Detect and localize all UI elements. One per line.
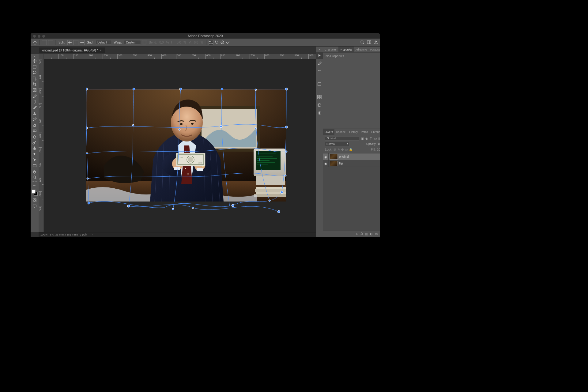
h-field[interactable]: 0,0	[176, 41, 182, 44]
chevron-right-icon[interactable]: »	[34, 55, 35, 58]
warp-mode-toggle-1[interactable]	[42, 40, 47, 45]
move-tool-icon[interactable]	[31, 58, 38, 64]
history-brush-tool-icon[interactable]	[31, 116, 38, 122]
panel-tab[interactable]: Channel	[334, 129, 348, 135]
pen-tool-icon[interactable]	[31, 145, 38, 151]
layer-name[interactable]: original	[339, 155, 380, 158]
crop-tool-icon[interactable]	[31, 81, 38, 87]
marquee-tool-icon[interactable]	[31, 64, 38, 70]
panel-tab[interactable]: History	[348, 129, 360, 135]
lasso-tool-icon[interactable]	[31, 70, 38, 75]
shape-tool-icon[interactable]	[31, 163, 38, 168]
styles-panel-icon[interactable]	[316, 81, 323, 88]
opacity-value[interactable]: 100%	[378, 142, 380, 145]
patterns-panel-icon[interactable]	[316, 110, 323, 116]
path-select-tool-icon[interactable]	[31, 157, 38, 163]
visibility-icon[interactable]: ◉	[323, 160, 329, 167]
reset-icon[interactable]	[215, 40, 219, 45]
edit-toolbar-icon[interactable]: ⋯	[31, 183, 38, 188]
bend-field[interactable]: 0,0	[159, 41, 164, 44]
layer-filter-icons[interactable]: ▣◐T▭◫	[360, 137, 380, 140]
split-vert-icon[interactable]	[74, 40, 78, 45]
layer-mask-icon[interactable]: ◫	[365, 232, 368, 236]
lock-position-icon[interactable]: ✥	[341, 148, 344, 151]
ruler-horizontal[interactable]: 1001502002503003504004505005506006507007…	[44, 54, 316, 59]
layer-thumbnail[interactable]	[330, 161, 338, 166]
layer-fx-icon[interactable]: fx	[360, 232, 363, 236]
fill-value[interactable]: 100%	[377, 148, 380, 151]
close-icon[interactable]: ×	[100, 49, 102, 52]
eraser-tool-icon[interactable]	[31, 122, 38, 128]
cancel-icon[interactable]	[220, 40, 224, 45]
panel-tab[interactable]: Paragrapl	[368, 47, 380, 53]
blend-mode-select[interactable]: Normal	[325, 142, 349, 146]
warp-mode-toggle-2[interactable]	[48, 40, 53, 45]
adjustment-layer-icon[interactable]: ◐	[370, 232, 373, 236]
object-select-tool-icon[interactable]	[31, 76, 38, 81]
link-layers-icon[interactable]: ⊖	[356, 232, 358, 236]
gradient-tool-icon[interactable]	[31, 128, 38, 134]
brush-tool-icon[interactable]	[31, 105, 38, 110]
brushes-panel-icon[interactable]	[316, 60, 323, 67]
ruler-vertical[interactable]: 100150200250300350400450500550600	[39, 59, 44, 232]
stamp-tool-icon[interactable]	[31, 111, 38, 116]
type-tool-icon[interactable]: T	[31, 151, 38, 157]
grid-select[interactable]: Default	[96, 40, 112, 45]
panel-tab[interactable]: Paths	[360, 129, 370, 135]
layer-row[interactable]: ◉flip	[323, 160, 380, 167]
panel-tab[interactable]: Libraries	[370, 129, 380, 135]
actions-panel-icon[interactable]	[316, 52, 323, 59]
eyedropper-tool-icon[interactable]	[31, 93, 38, 99]
chevron-right-icon[interactable]: »	[319, 48, 320, 51]
layer-group-icon[interactable]: ▭	[375, 232, 378, 236]
v-field[interactable]: 0,0	[193, 41, 199, 44]
frame-tool-icon[interactable]	[31, 87, 38, 93]
svg-rect-89	[320, 95, 321, 97]
screenmode-icon[interactable]	[31, 203, 38, 209]
panel-tab[interactable]: Adjustme	[354, 47, 369, 53]
lock-brush-icon[interactable]: ✎	[337, 148, 340, 151]
lock-all-icon[interactable]: 🔒	[349, 148, 352, 151]
dodge-tool-icon[interactable]	[31, 140, 38, 145]
svg-point-86	[277, 210, 280, 213]
zoom-tool-icon[interactable]	[31, 175, 38, 180]
svg-rect-5	[33, 77, 35, 79]
layer-kind-filter[interactable]: Kind	[325, 136, 359, 141]
ruler-origin[interactable]	[39, 54, 44, 59]
warp-select[interactable]: Custom	[124, 40, 141, 45]
home-icon[interactable]	[32, 40, 37, 45]
color-panel-icon[interactable]	[316, 102, 323, 108]
share-icon[interactable]	[374, 40, 378, 45]
commit-icon[interactable]	[226, 40, 230, 45]
traffic-lights[interactable]	[33, 35, 45, 38]
canvas-image[interactable]: 100 100	[86, 89, 286, 202]
visibility-icon[interactable]: ◉	[323, 153, 329, 160]
blur-tool-icon[interactable]	[31, 134, 38, 139]
hand-tool-icon[interactable]	[31, 169, 38, 174]
heal-tool-icon[interactable]	[31, 99, 38, 104]
panel-tab[interactable]: Layers	[323, 129, 334, 135]
lock-artboard-icon[interactable]: ▭	[345, 148, 348, 151]
split-cross-icon[interactable]	[67, 40, 72, 45]
panel-tab[interactable]: Properties	[338, 47, 354, 53]
canvas[interactable]: 100 100	[44, 59, 316, 232]
orientation-icon[interactable]	[142, 40, 147, 45]
brushsettings-panel-icon[interactable]	[316, 68, 323, 75]
warp-icon[interactable]	[209, 40, 213, 45]
panel-tab[interactable]: Character	[323, 47, 338, 53]
split-horiz-icon[interactable]	[80, 40, 85, 45]
layer-thumbnail[interactable]	[330, 154, 338, 160]
chevron-right-icon[interactable]: 〉	[92, 233, 94, 237]
quickmask-icon[interactable]	[31, 198, 38, 203]
color-swatch[interactable]	[32, 190, 38, 196]
layer-row[interactable]: ◉original	[323, 153, 380, 160]
search-icon[interactable]	[360, 40, 364, 45]
lock-pixels-icon[interactable]: ▧	[334, 148, 336, 151]
layer-name[interactable]: flip	[339, 162, 380, 165]
doc-info[interactable]: 677,33 mm x 381 mm (72 ppi)	[50, 233, 87, 236]
workspace-icon[interactable]	[367, 40, 371, 45]
zoom-level[interactable]: 100%	[40, 233, 47, 236]
swatches-panel-icon[interactable]	[316, 94, 323, 100]
chevron-right-icon[interactable]: »	[63, 48, 64, 51]
document-tab[interactable]: original.psd @ 100% (original, RGB/8#) *…	[39, 47, 105, 53]
